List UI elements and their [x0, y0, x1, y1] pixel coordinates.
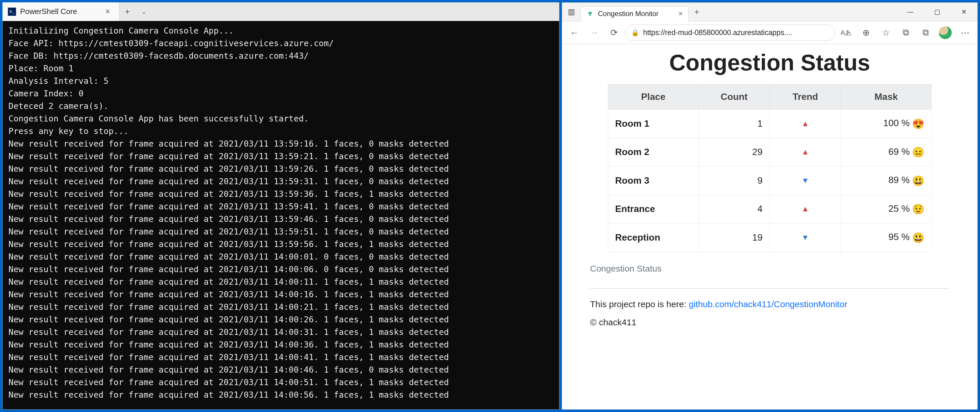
table-row: Room 39▼89 %😃 [608, 166, 932, 195]
collections-button[interactable]: ⧉ [917, 24, 934, 42]
profile-avatar[interactable] [937, 24, 954, 42]
mask-value: 95 % [888, 232, 910, 242]
cell-trend: ▲ [770, 195, 841, 224]
table-header-row: Place Count Trend Mask [608, 85, 932, 110]
cell-place: Room 3 [608, 166, 699, 195]
repo-prefix: This project repo is here: [590, 299, 689, 309]
zoom-button[interactable]: ⊕ [857, 24, 875, 42]
cell-mask: 100 %😍 [841, 110, 932, 138]
mask-value: 100 % [883, 118, 910, 128]
browser-new-tab-button[interactable]: + [689, 7, 705, 17]
cell-place: Reception [608, 224, 699, 252]
cell-place: Entrance [608, 195, 699, 224]
powershell-window: >_ PowerShell Core ✕ + ⌄ Initializing Co… [2, 2, 559, 410]
forward-button[interactable]: → [585, 24, 603, 42]
table-row: Entrance4▲25 %😟 [608, 195, 932, 224]
browser-window: ▥ ▼ Congestion Monitor ✕ + — ▢ ✕ ← → ⟳ 🔒… [562, 2, 978, 410]
powershell-tab-dropdown-icon[interactable]: ⌄ [135, 8, 152, 15]
mask-emoji-icon: 😃 [912, 175, 924, 186]
table-row: Room 11▲100 %😍 [608, 110, 932, 138]
cell-count: 29 [698, 138, 770, 166]
browser-tab-title: Congestion Monitor [598, 10, 674, 18]
cell-trend: ▲ [770, 110, 841, 138]
repo-line: This project repo is here: github.com/ch… [590, 299, 950, 309]
cell-count: 9 [698, 166, 770, 195]
powershell-tab[interactable]: >_ PowerShell Core ✕ [3, 2, 119, 21]
address-url: https://red-mud-085800000.azurestaticapp… [643, 28, 792, 37]
cell-place: Room 2 [608, 138, 699, 166]
cell-trend: ▲ [770, 138, 841, 166]
lock-icon: 🔒 [631, 29, 639, 37]
mask-emoji-icon: 😐 [912, 147, 924, 158]
col-place: Place [608, 85, 699, 110]
browser-tab[interactable]: ▼ Congestion Monitor ✕ [581, 6, 689, 21]
powershell-tab-title: PowerShell Core [20, 7, 99, 16]
refresh-button[interactable]: ⟳ [605, 24, 623, 42]
menu-button[interactable]: ⋯ [956, 24, 974, 42]
browser-toolbar: ← → ⟳ 🔒 https://red-mud-085800000.azures… [562, 21, 977, 44]
window-maximize-button[interactable]: ▢ [924, 3, 951, 21]
status-table: Place Count Trend Mask Room 11▲100 %😍Roo… [608, 84, 932, 252]
table-row: Reception19▼95 %😃 [608, 224, 932, 252]
page-content: Congestion Status Place Count Trend Mask… [562, 44, 977, 409]
trend-down-icon: ▼ [802, 233, 809, 242]
powershell-icon: >_ [8, 8, 16, 16]
window-close-button[interactable]: ✕ [951, 3, 977, 21]
translate-button[interactable]: Aあ [837, 24, 855, 42]
terminal-output[interactable]: Initializing Congestion Camera Console A… [3, 21, 559, 409]
col-trend: Trend [770, 85, 841, 110]
avatar-icon [939, 26, 952, 39]
trend-down-icon: ▼ [802, 176, 809, 185]
mask-emoji-icon: 😍 [912, 118, 924, 129]
cell-trend: ▼ [770, 224, 841, 252]
mask-value: 69 % [888, 146, 910, 157]
mask-value: 89 % [888, 175, 910, 185]
repo-link[interactable]: github.com/chack411/CongestionMonitor [689, 299, 847, 309]
address-bar[interactable]: 🔒 https://red-mud-085800000.azurestatica… [625, 24, 835, 41]
powershell-new-tab-button[interactable]: + [119, 7, 135, 16]
cell-mask: 25 %😟 [841, 195, 932, 224]
cell-count: 19 [698, 224, 770, 252]
cell-mask: 89 %😃 [841, 166, 932, 195]
trend-up-icon: ▲ [802, 147, 809, 156]
favorite-button[interactable]: ☆ [877, 24, 894, 42]
page-title: Congestion Status [590, 50, 950, 76]
vue-favicon-icon: ▼ [586, 10, 594, 18]
cell-mask: 69 %😐 [841, 138, 932, 166]
browser-tabbar: ▥ ▼ Congestion Monitor ✕ + — ▢ ✕ [562, 3, 977, 21]
cell-trend: ▼ [770, 166, 841, 195]
window-controls: — ▢ ✕ [897, 3, 977, 21]
table-caption: Congestion Status [590, 263, 950, 274]
cell-count: 1 [698, 110, 770, 138]
browser-tab-close-icon[interactable]: ✕ [678, 10, 683, 17]
trend-up-icon: ▲ [802, 204, 809, 213]
cell-place: Room 1 [608, 110, 699, 138]
mask-emoji-icon: 😃 [912, 232, 924, 243]
divider [590, 288, 950, 289]
tracking-button[interactable]: ⧉ [897, 24, 915, 42]
mask-value: 25 % [888, 203, 910, 214]
table-row: Room 229▲69 %😐 [608, 138, 932, 166]
powershell-tabbar: >_ PowerShell Core ✕ + ⌄ [3, 2, 559, 21]
copyright: © chack411 [590, 318, 950, 327]
col-count: Count [698, 85, 770, 110]
vertical-tabs-icon[interactable]: ▥ [562, 3, 581, 21]
powershell-tab-close-icon[interactable]: ✕ [103, 8, 112, 16]
cell-mask: 95 %😃 [841, 224, 932, 252]
trend-up-icon: ▲ [802, 119, 809, 128]
back-button[interactable]: ← [566, 24, 583, 42]
window-minimize-button[interactable]: — [897, 3, 924, 21]
cell-count: 4 [698, 195, 770, 224]
mask-emoji-icon: 😟 [912, 203, 924, 215]
col-mask: Mask [841, 85, 932, 110]
